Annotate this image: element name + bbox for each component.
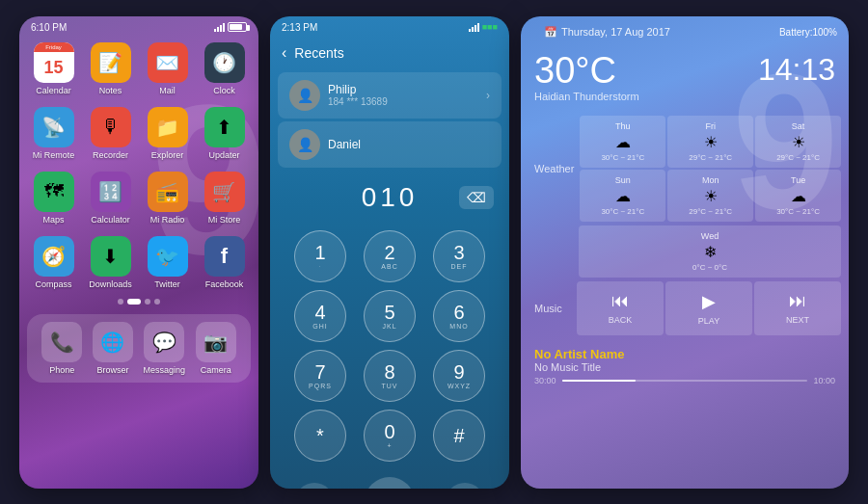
app-facebook[interactable]: f Facebook <box>200 236 249 289</box>
philip-avatar: 👤 <box>289 80 320 111</box>
dial-2[interactable]: 2 ABC <box>364 230 416 282</box>
weather-mon: Mon ☀ 29°C ~ 21°C <box>667 170 753 222</box>
backspace-button[interactable]: ⌫ <box>459 186 494 209</box>
signal-icon <box>214 22 225 32</box>
artist-name: No Artist Name <box>534 347 835 361</box>
app-calculator[interactable]: 🔢 Calculator <box>86 172 135 225</box>
dial-9[interactable]: 9 WXYZ <box>433 350 485 402</box>
back-arrow-icon[interactable]: ‹ <box>282 44 286 62</box>
dial-3[interactable]: 3 DEF <box>433 230 485 282</box>
app-grid-row1: Friday 15 Calendar 📝 Notes ✉️ Mail 🕐 Clo… <box>19 37 258 101</box>
next-icon: ⏭ <box>789 291 806 311</box>
daniel-avatar: 👤 <box>289 129 320 160</box>
app-calendar[interactable]: Friday 15 Calendar <box>29 42 78 95</box>
weather-grid: Thu ☁ 30°C ~ 21°C Fri ☀ 29°C ~ 21°C Sat … <box>580 116 841 222</box>
lock-date: 📅 Thursday, 17 Aug 2017 <box>532 22 682 42</box>
battery-text: Battery:100% <box>779 27 837 38</box>
app-recorder[interactable]: 🎙 Recorder <box>86 107 135 160</box>
phone-time: 2:13 PM <box>282 22 317 33</box>
page-dot-2[interactable] <box>127 299 141 305</box>
dial-6[interactable]: 6 MNO <box>433 290 485 342</box>
current-time: 30:00 <box>534 376 556 385</box>
dock: 📞 Phone 🌐 Browser 💬 Messaging 📷 Camera <box>27 314 251 383</box>
dial-hash[interactable]: # <box>433 410 485 462</box>
dial-number: 010 <box>362 182 419 213</box>
weather-tue: Tue ☁ 30°C ~ 21°C <box>755 170 841 222</box>
app-twitter[interactable]: 🐦 Twitter <box>143 236 192 289</box>
philip-info: Philip 184 *** 13689 <box>328 83 486 107</box>
back-icon: ⏮ <box>611 291 629 311</box>
dock-messaging[interactable]: 💬 Messaging <box>144 322 186 375</box>
grid-icon-button[interactable]: ⠿ <box>446 483 484 489</box>
weather-label: Weather <box>529 116 580 222</box>
music-controls: ⏮ BACK ▶ PLAY ⏭ NEXT <box>577 281 841 335</box>
app-notes[interactable]: 📝 Notes <box>86 42 135 95</box>
phone-bottom-bar: ☰ 📱 ⠿ <box>270 467 509 489</box>
music-section: Music ⏮ BACK ▶ PLAY ⏭ NEXT <box>529 281 841 335</box>
app-explorer[interactable]: 📁 Explorer <box>143 107 192 160</box>
phone-screen: 2:13 PM ■■■ ‹ Recents 👤 Philip 184 *** 1… <box>270 16 509 489</box>
dial-0[interactable]: 0 + <box>364 410 416 462</box>
app-grid-row3: 🗺 Maps 🔢 Calculator 📻 Mi Radio 🛒 Mi Stor… <box>19 166 258 230</box>
music-progress-bar: 30:00 10:00 <box>534 376 835 385</box>
chevron-right-icon: › <box>486 89 490 102</box>
music-label: Music <box>529 281 577 335</box>
app-downloads[interactable]: ⬇ Downloads <box>86 236 135 289</box>
page-dot-1[interactable] <box>118 299 123 305</box>
page-dot-4[interactable] <box>154 299 160 305</box>
status-icons <box>214 22 247 32</box>
dialpad: 1 · 2 ABC 3 DEF 4 GHI 5 JKL 6 MNO <box>270 225 509 467</box>
recents-header: ‹ Recents <box>270 37 509 69</box>
app-mi-remote[interactable]: 📡 Mi Remote <box>29 107 78 160</box>
music-back-button[interactable]: ⏮ BACK <box>577 281 664 335</box>
contact-philip[interactable]: 👤 Philip 184 *** 13689 › <box>278 72 502 119</box>
home-screen: 9 6:10 PM Friday 15 <box>19 16 258 489</box>
lock-time: 14:13 <box>758 52 835 88</box>
dial-5[interactable]: 5 JKL <box>364 290 416 342</box>
lock-status-bar: 📅 Thursday, 17 Aug 2017 Battery:100% <box>521 16 849 46</box>
dial-7[interactable]: 7 PQRS <box>294 350 346 402</box>
calendar-small-icon: 📅 <box>544 26 557 39</box>
status-bar-1: 6:10 PM <box>19 16 258 37</box>
recents-title: Recents <box>294 45 343 61</box>
weather-fri: Fri ☀ 29°C ~ 21°C <box>667 116 753 168</box>
page-dot-3[interactable] <box>145 299 150 305</box>
dial-display: 010 ⌫ <box>270 171 509 225</box>
dock-camera[interactable]: 📷 Camera <box>196 322 236 375</box>
app-mi-radio[interactable]: 📻 Mi Radio <box>143 172 192 225</box>
music-play-button[interactable]: ▶ PLAY <box>665 281 752 335</box>
app-updater[interactable]: ⬆ Updater <box>200 107 249 160</box>
app-maps[interactable]: 🗺 Maps <box>29 172 78 225</box>
music-info: No Artist Name No Music Title 30:00 10:0… <box>521 339 849 389</box>
app-compass[interactable]: 🧭 Compass <box>29 236 78 289</box>
app-mail[interactable]: ✉️ Mail <box>143 42 192 95</box>
contact-daniel[interactable]: 👤 Daniel <box>278 121 502 168</box>
dock-phone[interactable]: 📞 Phone <box>41 322 82 375</box>
phone-battery-text: ■■■ <box>482 22 498 32</box>
music-next-button[interactable]: ⏭ NEXT <box>754 281 841 335</box>
call-button[interactable]: 📱 <box>365 477 415 489</box>
status-bar-2: 2:13 PM ■■■ <box>270 16 509 37</box>
weather-main: 30°C Haidian Thunderstorm <box>534 52 639 102</box>
dial-1[interactable]: 1 · <box>294 230 346 282</box>
app-grid-row4: 🧭 Compass ⬇ Downloads 🐦 Twitter f Facebo… <box>19 230 258 295</box>
dock-browser[interactable]: 🌐 Browser <box>93 322 133 375</box>
time-display: 6:10 PM <box>31 22 67 33</box>
page-indicator <box>19 295 258 308</box>
progress-track[interactable] <box>562 380 808 382</box>
weather-wed: Wed ❄ 0°C ~ 0°C <box>579 225 841 278</box>
phone-signal <box>469 22 479 32</box>
dial-star[interactable]: * <box>294 410 346 462</box>
weather-sun: Sun ☁ 30°C ~ 21°C <box>580 170 665 222</box>
daniel-info: Daniel <box>328 138 490 151</box>
app-clock[interactable]: 🕐 Clock <box>200 42 249 95</box>
weather-row2: Wed ❄ 0°C ~ 0°C <box>529 225 841 278</box>
weather-section: Weather Thu ☁ 30°C ~ 21°C Fri ☀ 29°C ~ 2… <box>529 116 841 222</box>
app-mi-store[interactable]: 🛒 Mi Store <box>200 172 249 225</box>
temperature-display: 30°C <box>534 52 639 89</box>
dial-8[interactable]: 8 TUV <box>364 350 416 402</box>
dial-4[interactable]: 4 GHI <box>294 290 346 342</box>
lock-screen: 9 📅 Thursday, 17 Aug 2017 Battery:100% 3… <box>521 16 849 489</box>
menu-icon-button[interactable]: ☰ <box>295 483 334 489</box>
total-time: 10:00 <box>813 376 835 385</box>
